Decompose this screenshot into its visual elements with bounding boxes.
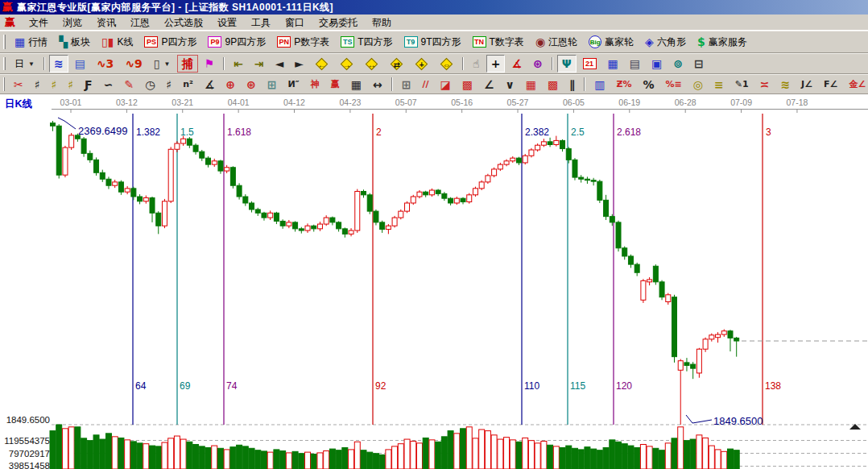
time-circle-tool[interactable]: ◷ [140,76,159,93]
info-panel-button[interactable]: ▤ [70,55,90,73]
p-square-button[interactable]: PSP四方形 [139,33,201,51]
gold-angle-tool[interactable]: 金∠ [844,76,868,93]
gann-web-grid-tool[interactable]: ⊞ [262,76,282,93]
percent-levels-tool[interactable]: %≡ [661,76,687,93]
volume-bar [498,439,503,469]
j-angle-tool[interactable]: J∠ [796,76,817,93]
angle-pen-tool[interactable]: ∡ [200,76,220,93]
9t-square-button[interactable]: T99T四方形 [399,33,466,51]
menu-settings[interactable]: 设置 [210,15,244,30]
wave9-button[interactable]: ∿9 [120,55,147,73]
percent-tool[interactable]: % [639,76,659,93]
gold-fan-tool[interactable]: ≋ [775,76,795,93]
fan-box-tool[interactable]: ◪ [435,76,455,93]
n-squared-tool[interactable]: n² [178,76,198,93]
f-ruler-tool[interactable]: Ƒ [80,76,97,93]
9p-square-button[interactable]: P99P四方形 [203,33,271,51]
capture-button[interactable]: 捕 [177,55,198,73]
wave-marks-tool[interactable]: И″ [283,76,304,93]
knife-tool[interactable]: ✂ [9,76,28,93]
shen-tool[interactable]: 神 [306,76,324,93]
p-table-button[interactable]: PNP数字表 [272,33,334,51]
kline-chart-canvas[interactable]: 日K线03-0103-1203-2104-0104-1204-2305-0705… [0,94,868,469]
menu-file[interactable]: 文件 [22,15,56,30]
trend-view-button[interactable]: ≋ [49,55,68,73]
prev-bar-button[interactable]: ◄ [271,55,289,73]
menu-tools[interactable]: 工具 [244,15,278,30]
gold-levels-tool[interactable]: ≡ [709,76,729,93]
print-button[interactable]: ⊟ [689,55,709,73]
circle-cross-tool[interactable]: ⊕ [221,76,240,93]
ruler-ticks-tool[interactable]: ♯ [30,76,45,93]
notes-button[interactable]: ▤ [625,55,645,73]
date-tick-label: 07-18 [787,98,808,107]
ping-levels-tool[interactable]: ≍ [755,76,775,93]
ruler-123-tool[interactable]: ▦ [346,76,366,93]
zigzag-tool[interactable]: ∨ [500,76,519,93]
winner-service-button[interactable]: $赢家服务 [692,33,752,51]
ruler-plain-tool[interactable]: ♯ [161,76,176,93]
angle-set-tool[interactable]: ∠ [479,76,499,93]
save-button[interactable]: ▣ [647,55,667,73]
ying-tool[interactable]: 赢 [326,76,345,93]
zoom-out-button[interactable]: ⇔ [435,55,458,73]
menu-formula-stock-pick[interactable]: 公式选股 [157,15,210,30]
pen-one-tool[interactable]: ✎1 [730,76,754,93]
red-blue-grid-tool[interactable]: ▩ [543,76,563,93]
gann-web-small-tool[interactable]: ⊛ [242,76,261,93]
period-day-button[interactable]: 日▼ [10,55,39,73]
expand-horizontal-button[interactable]: ↔ [360,55,383,73]
angle-tool-button[interactable]: ∡ [506,55,527,73]
next-bar-button[interactable]: ► [290,55,308,73]
menu-news[interactable]: 资讯 [89,15,123,30]
curve-tool[interactable]: ∽ [99,76,118,93]
menu-trade-order[interactable]: 交易委托 [312,15,365,30]
gann-web-button[interactable]: ⊛ [528,55,548,73]
menu-gann[interactable]: 江恩 [123,15,157,30]
crosshair-button[interactable]: + [486,55,506,73]
last-bar-button[interactable]: ⇥ [250,55,269,73]
pan-left-button[interactable]: ← [310,55,333,73]
zoom-in-button[interactable]: + [410,55,433,73]
wave3-button[interactable]: ∿3 [92,55,118,73]
first-bar-button[interactable]: ⇤ [229,55,248,73]
f-angle-tool[interactable]: F∠ [819,76,842,93]
save-web-button[interactable]: ⊚ [668,55,688,73]
gold-ruler-icon: ♯ [52,79,57,90]
t-table-button[interactable]: TNT数字表 [468,33,529,51]
compress-horizontal-button[interactable]: ⇄ [385,55,408,73]
candle-style-button[interactable]: ▯▼ [149,55,176,73]
quotes-button[interactable]: ▦行情 [10,33,52,51]
volume-bar [423,438,428,469]
analysis-button[interactable]: Ψ [557,55,577,73]
column-stats-tool[interactable]: ▥ [589,76,610,93]
last-bar-icon: ⇥ [254,58,264,69]
menu-help[interactable]: 帮助 [365,15,399,30]
box-grid-tool[interactable]: ⊞ [397,76,416,93]
fan-lines-tool[interactable]: ∕∕ [417,76,433,93]
menu-browse[interactable]: 浏览 [56,15,89,30]
z-percent-tool[interactable]: Ƶ% [612,76,637,93]
gann-wheel-button[interactable]: ◉江恩轮 [531,33,582,51]
span-measure-tool[interactable]: ↔ [368,76,387,93]
calendar-button[interactable]: 21 [578,55,601,73]
web-box-tool[interactable]: ▩ [457,76,477,93]
hexagon-button[interactable]: ◈六角形 [640,33,691,51]
parallel-lines-tool[interactable]: ∥ [564,76,580,93]
signal-flag-button[interactable]: ⚑ [200,55,220,73]
t-square-button[interactable]: TST四方形 [336,33,397,51]
gold-ruler-b-tool[interactable]: ♯ [63,76,78,93]
hand-tool-button[interactable]: ☝ [468,55,485,73]
calculator-button[interactable]: ▦ [603,55,623,73]
volume-bar [721,451,727,469]
winner-wheel-button[interactable]: Big赢家轮 [584,33,639,51]
sectors-button[interactable]: ▚板块 [54,33,95,51]
menu-window[interactable]: 窗口 [278,15,312,30]
pen-tool[interactable]: ✎ [119,76,138,93]
chart-area[interactable]: 日K线03-0103-1203-2104-0104-1204-2305-0705… [0,94,868,469]
pan-right-button[interactable]: → [335,55,358,73]
kline-button[interactable]: ▯▮K线 [97,33,138,51]
gold-circle-tool[interactable]: ◎ [688,76,708,93]
red-grid-tool[interactable]: ▦ [521,76,541,93]
gold-ruler-a-tool[interactable]: ♯ [47,76,62,93]
